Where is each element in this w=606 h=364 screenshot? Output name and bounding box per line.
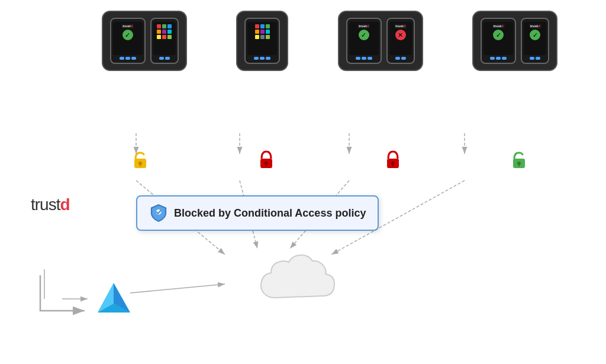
phone-bottom — [395, 57, 406, 60]
phone-bottom — [159, 57, 170, 60]
device-group-3-inner: trustd ✓ trustd ✕ — [338, 11, 423, 71]
lock-icons-row — [77, 148, 582, 172]
phone-dot — [490, 57, 495, 60]
check-icon: ✓ — [493, 30, 504, 40]
phone-bottom — [254, 57, 270, 60]
ca-banner-text: Blocked by Conditional Access policy — [174, 207, 366, 220]
device-group-4: trustd ✓ trustd ✓ — [472, 11, 557, 71]
device-phone-1 — [150, 18, 179, 64]
phone-dot — [125, 57, 130, 60]
check-icon: ✓ — [530, 30, 540, 40]
conditional-access-banner: Blocked by Conditional Access policy — [136, 195, 379, 231]
device-group-1: trustd ✓ — [102, 11, 187, 71]
trustd-badge: trustd — [394, 24, 407, 28]
phone-screen: trustd ✓ — [349, 22, 379, 55]
device-tablet-2 — [244, 18, 280, 64]
device-group-4-inner: trustd ✓ trustd ✓ — [472, 11, 557, 71]
lock-gold — [125, 148, 155, 172]
device-group-2-inner — [236, 11, 288, 71]
device-groups-row: trustd ✓ — [77, 11, 582, 71]
app-dot — [266, 35, 270, 39]
trustd-badge: trustd — [529, 24, 541, 28]
device-group-1-inner: trustd ✓ — [102, 11, 187, 71]
device-phone-4b: trustd ✓ — [521, 18, 549, 64]
lock-red-1 — [252, 148, 281, 172]
phone-dot — [536, 57, 540, 60]
phone-dot — [362, 57, 366, 60]
app-dot — [162, 35, 166, 39]
phone-screen: trustd ✓ — [113, 22, 143, 55]
phone-dot — [120, 57, 124, 60]
app-dot — [260, 35, 265, 39]
phone-bottom — [530, 57, 540, 60]
app-dot — [167, 24, 172, 28]
shield-icon — [149, 204, 168, 223]
app-dot — [260, 30, 265, 34]
phone-bottom — [490, 57, 507, 60]
phone-dot — [356, 57, 360, 60]
phone-dot — [401, 57, 406, 60]
device-group-2 — [236, 11, 288, 71]
trustd-logo-d: d — [60, 195, 69, 214]
svg-line-12 — [130, 284, 225, 293]
trustd-badge: trustd — [492, 24, 505, 28]
app-grid — [156, 24, 172, 40]
phone-dot — [165, 57, 170, 60]
phone-screen: trustd ✕ — [389, 22, 412, 55]
lock-red-2 — [378, 148, 408, 172]
trustd-logo: trustd — [31, 195, 70, 214]
app-dot — [157, 35, 161, 39]
phone-bottom — [120, 57, 136, 60]
phone-screen — [247, 22, 277, 55]
phone-dot — [530, 57, 534, 60]
pyramid-container — [92, 280, 136, 324]
device-tablet-3: trustd ✓ — [346, 18, 382, 64]
phone-dot — [260, 57, 265, 60]
app-dot — [255, 24, 259, 28]
device-group-3: trustd ✓ trustd ✕ — [338, 11, 423, 71]
trustd-badge: trustd — [121, 24, 134, 28]
trustd-badge: trustd — [357, 24, 370, 28]
corner-bracket — [34, 272, 88, 320]
phone-dot — [159, 57, 164, 60]
app-dot — [167, 35, 172, 39]
main-canvas: trustd trustd ✓ — [0, 0, 606, 364]
phone-dot — [368, 57, 372, 60]
cloud-icon — [231, 246, 349, 317]
device-phone-3: trustd ✕ — [386, 18, 415, 64]
phone-dot — [496, 57, 501, 60]
lock-green — [504, 148, 534, 172]
check-icon: ✓ — [359, 30, 369, 40]
check-icon: ✓ — [123, 30, 133, 40]
app-dot — [162, 30, 166, 34]
phone-dot — [266, 57, 270, 60]
app-dot — [266, 24, 270, 28]
phone-screen: trustd ✓ — [524, 22, 546, 55]
phone-dot — [395, 57, 400, 60]
app-dot — [255, 30, 259, 34]
phone-dot — [502, 57, 507, 60]
x-icon: ✕ — [395, 30, 406, 40]
app-grid — [254, 24, 270, 40]
app-dot — [162, 24, 166, 28]
app-dot — [260, 24, 265, 28]
device-tablet-1: trustd ✓ — [110, 18, 146, 64]
phone-dot — [131, 57, 136, 60]
app-dot — [157, 30, 161, 34]
app-dot — [266, 30, 270, 34]
app-dot — [255, 35, 259, 39]
cloud-container — [231, 246, 349, 317]
device-tablet-4a: trustd ✓ — [481, 18, 516, 64]
app-dot — [167, 30, 172, 34]
phone-bottom — [356, 57, 372, 60]
pyramid-icon — [92, 280, 136, 321]
phone-screen: trustd ✓ — [483, 22, 513, 55]
phone-dot — [254, 57, 259, 60]
app-dot — [157, 24, 161, 28]
phone-screen — [153, 22, 176, 55]
